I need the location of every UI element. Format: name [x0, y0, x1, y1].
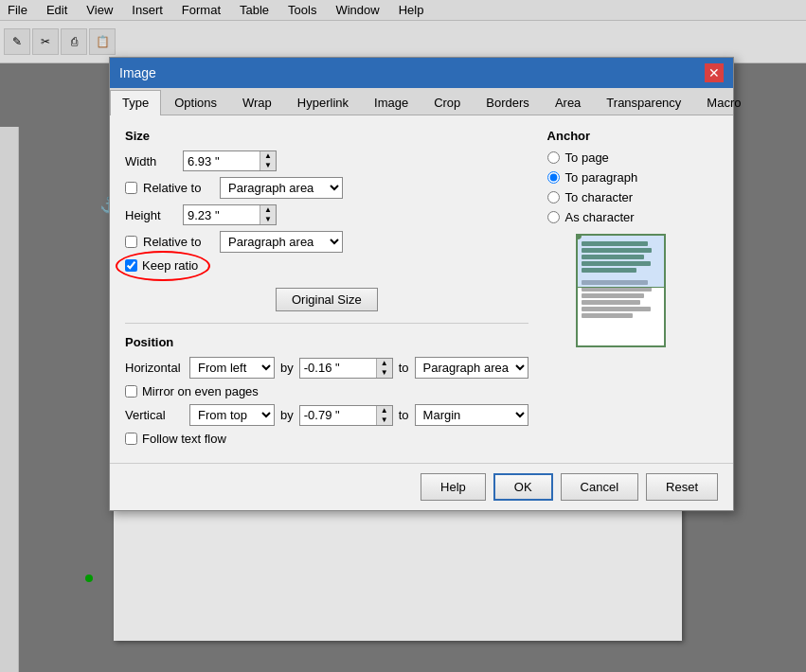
dialog-footer: Help OK Cancel Reset [110, 463, 733, 510]
relative-to-width-row: Relative to Paragraph area [125, 177, 528, 199]
anchor-to-character-label[interactable]: To character [565, 190, 634, 204]
relative-to-width-checkbox[interactable] [125, 182, 137, 194]
mirror-row: Mirror on even pages [125, 384, 528, 398]
height-increment[interactable]: ▲ [260, 205, 276, 215]
horizontal-increment[interactable]: ▲ [377, 359, 392, 368]
anchor-to-page-row: To page [547, 150, 718, 165]
tab-transparency[interactable]: Transparency [594, 90, 693, 115]
anchor-section: Anchor To page To paragraph To character [547, 129, 718, 347]
anchor-to-character-row: To character [547, 190, 718, 204]
horizontal-from-select[interactable]: From left [189, 357, 275, 379]
relative-to-height-label: Relative to [143, 235, 214, 249]
relative-to-height-select[interactable]: Paragraph area [220, 231, 343, 253]
ok-button[interactable]: OK [493, 473, 553, 501]
vertical-increment[interactable]: ▲ [377, 406, 392, 416]
relative-to-height-row: Relative to Paragraph area [125, 231, 528, 253]
width-increment[interactable]: ▲ [260, 151, 276, 161]
height-input[interactable] [184, 205, 260, 224]
anchor-line-11 [582, 313, 633, 318]
anchor-as-character-row: As character [547, 210, 718, 224]
horizontal-to-label: to [399, 361, 409, 375]
relative-to-width-select[interactable]: Paragraph area [220, 177, 343, 199]
anchor-to-page-label[interactable]: To page [565, 150, 609, 165]
horizontal-by-label: by [280, 361, 294, 375]
anchor-as-character-radio[interactable] [547, 211, 560, 223]
anchor-to-character-radio[interactable] [547, 191, 560, 203]
mirror-checkbox[interactable] [125, 385, 137, 398]
height-input-wrap: ▲ ▼ [183, 204, 277, 225]
anchor-as-character-label[interactable]: As character [565, 210, 635, 224]
keep-ratio-row: Keep ratio [125, 258, 528, 273]
anchor-to-paragraph-label[interactable]: To paragraph [565, 170, 638, 185]
anchor-to-page-radio[interactable] [547, 151, 560, 164]
vertical-from-select[interactable]: From top [189, 404, 275, 426]
relative-to-width-label: Relative to [143, 181, 214, 195]
vertical-to-label: to [399, 408, 409, 422]
height-spinners: ▲ ▼ [260, 205, 276, 224]
image-dialog: Image ✕ Type Options Wrap Hyperlink Imag… [109, 57, 734, 511]
vertical-value-spinners: ▲ ▼ [376, 406, 392, 425]
mirror-label[interactable]: Mirror on even pages [142, 384, 259, 398]
anchor-to-paragraph-radio[interactable] [547, 171, 560, 184]
horizontal-label: Horizontal [125, 361, 184, 375]
vertical-decrement[interactable]: ▼ [377, 416, 392, 425]
width-decrement[interactable]: ▼ [260, 161, 276, 170]
cancel-button[interactable]: Cancel [561, 473, 638, 501]
vertical-value-input[interactable] [300, 406, 376, 425]
relative-to-height-checkbox[interactable] [125, 236, 137, 248]
anchor-section-title: Anchor [547, 129, 718, 143]
anchor-line-9 [582, 300, 640, 305]
anchor-line-8 [582, 293, 644, 298]
position-section: Position Horizontal From left by ▲ ▼ [125, 335, 528, 446]
original-size-button[interactable]: Original Size [276, 288, 378, 311]
horizontal-value-wrap: ▲ ▼ [299, 358, 393, 379]
close-button[interactable]: ✕ [705, 63, 724, 82]
anchor-preview-highlight [578, 236, 664, 288]
original-size-container: Original Size [125, 288, 528, 311]
tab-borders[interactable]: Borders [474, 90, 542, 115]
horizontal-value-input[interactable] [300, 359, 376, 378]
anchor-line-10 [582, 307, 651, 311]
tab-wrap[interactable]: Wrap [230, 90, 284, 115]
vertical-to-select[interactable]: Margin [415, 404, 528, 426]
size-section-title: Size [125, 129, 528, 143]
follow-text-label[interactable]: Follow text flow [142, 432, 226, 446]
horizontal-to-select[interactable]: Paragraph area [415, 357, 528, 379]
left-column: Size Width ▲ ▼ Relative to [125, 129, 528, 450]
tab-image[interactable]: Image [362, 90, 421, 115]
width-label: Width [125, 154, 177, 168]
width-spinners: ▲ ▼ [260, 151, 276, 170]
tab-area[interactable]: Area [543, 90, 593, 115]
help-button[interactable]: Help [421, 473, 486, 501]
keep-ratio-checkbox[interactable] [125, 259, 137, 272]
width-input-wrap: ▲ ▼ [183, 150, 277, 171]
vertical-value-wrap: ▲ ▼ [299, 405, 393, 426]
dialog-title: Image [119, 65, 156, 80]
horizontal-value-spinners: ▲ ▼ [376, 359, 392, 378]
vertical-row: Vertical From top by ▲ ▼ to [125, 404, 528, 426]
vertical-by-label: by [280, 408, 294, 422]
height-row: Height ▲ ▼ [125, 204, 528, 225]
dialog-titlebar: Image ✕ [110, 58, 733, 88]
width-input[interactable] [184, 151, 260, 170]
vertical-label: Vertical [125, 408, 184, 422]
follow-text-checkbox[interactable] [125, 433, 137, 445]
follow-row: Follow text flow [125, 432, 528, 446]
keep-ratio-label[interactable]: Keep ratio [142, 258, 198, 273]
tab-crop[interactable]: Crop [421, 90, 473, 115]
tab-macro[interactable]: Macro [694, 90, 753, 115]
dialog-columns: Size Width ▲ ▼ Relative to [125, 129, 718, 450]
reset-button[interactable]: Reset [646, 473, 718, 501]
tab-type[interactable]: Type [110, 90, 161, 115]
tab-hyperlink[interactable]: Hyperlink [285, 90, 361, 115]
height-label: Height [125, 208, 177, 222]
right-column: Anchor To page To paragraph To character [547, 129, 718, 450]
anchor-preview [576, 234, 666, 347]
tab-bar: Type Options Wrap Hyperlink Image Crop B… [110, 88, 733, 115]
height-decrement[interactable]: ▼ [260, 215, 276, 224]
horizontal-decrement[interactable]: ▼ [377, 368, 392, 378]
dialog-content: Size Width ▲ ▼ Relative to [110, 115, 733, 463]
horizontal-row: Horizontal From left by ▲ ▼ to [125, 357, 528, 379]
divider-1 [125, 323, 528, 324]
tab-options[interactable]: Options [162, 90, 229, 115]
